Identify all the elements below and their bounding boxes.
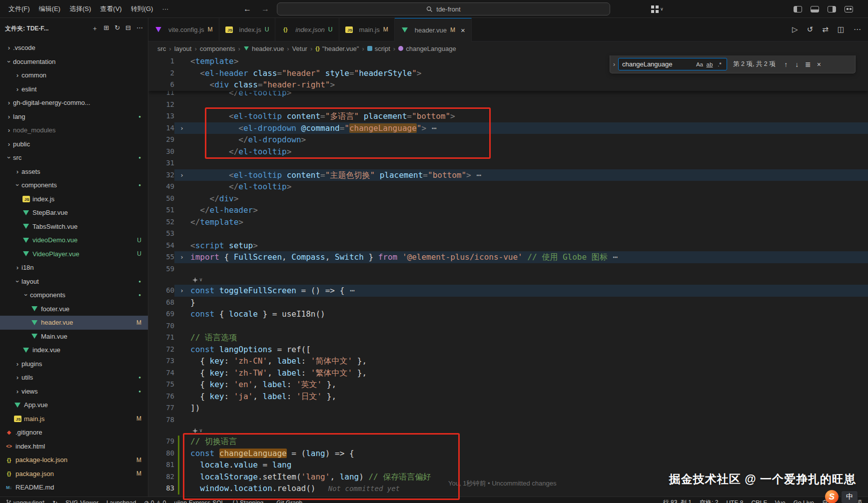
collapse-folders-icon[interactable]: ⊟ bbox=[125, 24, 131, 33]
code-line-52[interactable]: 52</template> bbox=[148, 216, 868, 228]
fold-chevron-icon[interactable]: › bbox=[180, 251, 184, 263]
tree-item-.vscode[interactable]: ›.vscode bbox=[0, 41, 148, 55]
close-tab-icon[interactable]: × bbox=[461, 26, 465, 34]
tree-item-src[interactable]: ›src● bbox=[0, 151, 148, 165]
tree-item-VideoPlayer.vue[interactable]: VideoPlayer.vueU bbox=[0, 247, 148, 261]
tree-item-public[interactable]: ›public bbox=[0, 137, 148, 151]
tree-item-package.json[interactable]: {}package.jsonM bbox=[0, 467, 148, 481]
status-language-mode[interactable]: Vue bbox=[775, 500, 786, 503]
tree-item-components[interactable]: ›components● bbox=[0, 178, 148, 192]
breadcrumb-item-src[interactable]: src bbox=[157, 45, 166, 52]
match-case-icon[interactable]: Aa bbox=[695, 61, 705, 67]
tree-item-gh-digital-energy-commo...[interactable]: ›gh-digital-energy-commo... bbox=[0, 96, 148, 110]
tree-item-assets[interactable]: ›assets bbox=[0, 165, 148, 179]
new-file-icon[interactable]: ＋ bbox=[91, 24, 98, 33]
toggle-secondary-sidebar-icon[interactable] bbox=[828, 6, 836, 12]
tree-item-videoDemo.vue[interactable]: videoDemo.vueU bbox=[0, 233, 148, 247]
code-line-30[interactable]: 30 </el-tooltip> bbox=[148, 146, 868, 158]
code-line-14[interactable]: 14› <el-dropdown @command="changeLanguag… bbox=[148, 122, 868, 134]
breadcrumb-item-script[interactable]: script bbox=[367, 45, 390, 52]
refresh-icon[interactable]: ↻ bbox=[114, 24, 120, 33]
profiles-menu[interactable]: ∨ bbox=[651, 0, 664, 18]
toggle-panel-icon[interactable] bbox=[811, 6, 819, 12]
tree-item-TabsSwitch.vue[interactable]: TabsSwitch.vue bbox=[0, 220, 148, 234]
fold-chevron-icon[interactable]: › bbox=[180, 122, 184, 134]
code-line-31[interactable]: 31 bbox=[148, 157, 868, 169]
regex-icon[interactable]: .* bbox=[715, 61, 725, 67]
code-line-32[interactable]: 32› <el-tooltip content="主题色切换" placemen… bbox=[148, 169, 868, 181]
tree-item-views[interactable]: ›views● bbox=[0, 385, 148, 399]
customize-layout-icon[interactable] bbox=[845, 6, 853, 12]
breadcrumb-item-Vetur[interactable]: Vetur bbox=[292, 45, 307, 52]
code-line-77[interactable]: 77]) bbox=[148, 402, 868, 414]
tree-item-eslint[interactable]: ›eslint bbox=[0, 82, 148, 96]
code-line-50[interactable]: 50 </div> bbox=[148, 193, 868, 205]
more-actions-icon[interactable]: ⋯ bbox=[854, 25, 861, 34]
explorer-folder-title[interactable]: 文件夹: TDE-F... bbox=[5, 24, 48, 33]
status-indentation[interactable]: 空格: 2 bbox=[700, 499, 718, 503]
menu-item[interactable]: ··· bbox=[157, 0, 173, 18]
tree-item-package-lock.json[interactable]: {}package-lock.jsonM bbox=[0, 453, 148, 467]
code-line-70[interactable]: 70 bbox=[148, 320, 868, 332]
tree-item-StepBar.vue[interactable]: StepBar.vue bbox=[0, 206, 148, 220]
fold-chevron-icon[interactable]: › bbox=[180, 169, 184, 181]
breadcrumb-item-components[interactable]: components bbox=[200, 45, 235, 52]
code-line-68[interactable]: 68} bbox=[148, 297, 868, 309]
code-line-69[interactable]: 69const { locale } = useI18n() bbox=[148, 308, 868, 320]
code-line-79[interactable]: 79// 切换语言 bbox=[148, 436, 868, 448]
compare-changes-icon[interactable]: ⇄ bbox=[822, 25, 829, 34]
tab-vite.config.js[interactable]: vite.config.jsM bbox=[148, 18, 219, 41]
tab-header.vue[interactable]: header.vueM× bbox=[395, 18, 472, 41]
status-encoding[interactable]: UTF-8 bbox=[726, 500, 743, 503]
split-editor-icon[interactable]: ◫ bbox=[838, 25, 845, 34]
code-line-49[interactable]: 49 </el-tooltip> bbox=[148, 181, 868, 193]
code-editor[interactable]: 11 </el-tooltip>1213 <el-tooltip content… bbox=[148, 55, 868, 497]
tree-item-header.vue[interactable]: header.vueM bbox=[0, 316, 148, 330]
forward-icon[interactable]: → bbox=[261, 4, 269, 13]
code-line-55[interactable]: 55›import { FullScreen, Compass, Switch … bbox=[148, 251, 868, 263]
code-line-53[interactable]: 53 bbox=[148, 228, 868, 240]
run-icon[interactable]: ▷ bbox=[792, 25, 798, 34]
inline-widget-row[interactable]: ∨ bbox=[148, 426, 868, 436]
status-cursor-position[interactable]: 行 83, 列 1 bbox=[663, 499, 692, 503]
tree-item-utils[interactable]: ›utils● bbox=[0, 371, 148, 385]
code-line-59[interactable]: 59 bbox=[148, 263, 868, 275]
breadcrumb-item-header.vue[interactable]: {}"header.vue" bbox=[315, 45, 359, 52]
status-sync[interactable]: ↻ bbox=[52, 500, 57, 503]
code-line-73[interactable]: 73 { key: 'zh-CN', label: '简体中文' }, bbox=[148, 355, 868, 367]
code-line-72[interactable]: 72const langOptions = ref([ bbox=[148, 344, 868, 356]
code-line-60[interactable]: 60›const toggleFullScreen = () => { ⋯ bbox=[148, 285, 868, 297]
tree-item-.gitignore[interactable]: ◆.gitignore bbox=[0, 426, 148, 440]
tree-item-footer.vue[interactable]: footer.vue bbox=[0, 302, 148, 316]
tree-item-index.html[interactable]: <>index.html bbox=[0, 440, 148, 454]
tab-index.json[interactable]: {}index.jsonU bbox=[275, 18, 339, 41]
fold-chevron-icon[interactable]: › bbox=[180, 285, 184, 297]
toggle-replace-icon[interactable]: › bbox=[610, 61, 618, 68]
tree-item-README.md[interactable]: M↓README.md bbox=[0, 481, 148, 495]
find-input[interactable]: changeLanguage Aa ab .* bbox=[618, 58, 727, 70]
previous-match-icon[interactable]: ↑ bbox=[781, 60, 792, 68]
toggle-sidebar-icon[interactable] bbox=[794, 6, 802, 12]
tree-item-App.vue[interactable]: App.vue bbox=[0, 398, 148, 412]
sogou-icon[interactable]: S bbox=[825, 490, 839, 503]
tree-item-i18n[interactable]: ›i18n bbox=[0, 261, 148, 275]
tree-item-index.js[interactable]: JSindex.js bbox=[0, 192, 148, 206]
code-line-71[interactable]: 71// 语言选项 bbox=[148, 332, 868, 344]
inline-chat-icon[interactable]: ∨ bbox=[192, 275, 202, 285]
new-folder-icon[interactable]: ⊞ bbox=[103, 24, 109, 33]
history-icon[interactable]: ↺ bbox=[807, 25, 814, 34]
inline-chat-icon[interactable]: ∨ bbox=[192, 426, 202, 436]
menu-item[interactable]: 文件(F) bbox=[4, 0, 34, 18]
code-line-51[interactable]: 51 </el-header> bbox=[148, 204, 868, 216]
ime-mode[interactable]: 中 bbox=[841, 491, 858, 503]
next-match-icon[interactable]: ↓ bbox=[792, 60, 803, 68]
inline-widget-row[interactable]: ∨ bbox=[148, 275, 868, 285]
code-line-75[interactable]: 75 { key: 'en', label: '英文' }, bbox=[148, 379, 868, 391]
code-line-54[interactable]: 54<script setup> bbox=[148, 240, 868, 252]
close-find-icon[interactable]: × bbox=[814, 60, 825, 68]
code-line-12[interactable]: 12 bbox=[148, 99, 868, 111]
menu-item[interactable]: 查看(V) bbox=[95, 0, 126, 18]
tab-index.js[interactable]: JSindex.jsU bbox=[219, 18, 276, 41]
tree-item-common[interactable]: ›common bbox=[0, 68, 148, 82]
code-line-74[interactable]: 74 { key: 'zh-TW', label: '繁体中文' }, bbox=[148, 367, 868, 379]
